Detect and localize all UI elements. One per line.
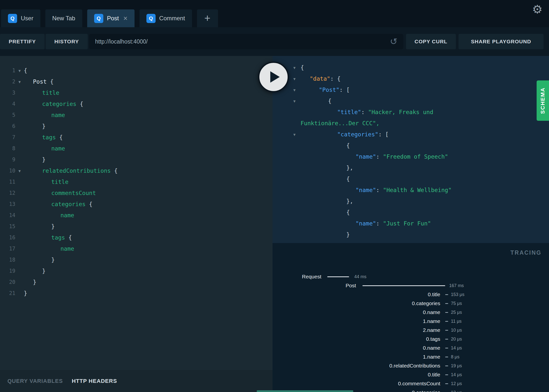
tab-post[interactable]: QPost× (87, 9, 135, 27)
code-line: 2▾Post { (0, 76, 273, 87)
code-text: } (24, 277, 36, 288)
prettify-button[interactable]: PRETTIFY (0, 34, 45, 49)
line-number: 15 (0, 221, 15, 232)
line-number: 3 (0, 87, 15, 98)
query-editor[interactable]: 1▾{2▾Post {3title4categories {5name6}7ta… (0, 56, 273, 370)
code-line: 10▾relatedContributions { (0, 165, 273, 176)
response-text: "categories": [ (273, 129, 549, 140)
response-line: }, (273, 162, 549, 173)
trace-dash (445, 330, 448, 331)
code-text: categories { (24, 98, 83, 110)
horizontal-scrollbar-thumb[interactable] (257, 390, 353, 392)
trace-label: 2.name (273, 326, 440, 335)
fold-spacer (15, 221, 24, 232)
share-playground-button[interactable]: SHARE PLAYGROUND (459, 34, 544, 49)
trace-time: 75 μs (451, 299, 462, 308)
trace-time: 167 ms (449, 281, 464, 290)
fold-icon[interactable]: ▾ (15, 165, 24, 176)
trace-label: 0.commentsCount (273, 379, 440, 388)
trace-dash (445, 374, 448, 375)
response-lines: ▾{▾"data": {▾"Post": [▾{"title": "Hacker… (273, 56, 549, 243)
tab-comment[interactable]: QComment (139, 9, 192, 27)
url-input[interactable]: http://localhost:4000/ ↺ (89, 34, 403, 49)
trace-time: 19 μs (451, 361, 462, 370)
fold-spacer (15, 110, 24, 121)
response-line: { (273, 207, 549, 218)
code-text: } (24, 121, 46, 132)
response-text: ] (273, 240, 549, 243)
fold-icon[interactable]: ▾ (15, 76, 24, 87)
fold-spacer (15, 243, 24, 254)
collapse-icon[interactable]: ▾ (293, 129, 296, 140)
reload-icon[interactable]: ↺ (390, 37, 397, 46)
code-text: tags { (24, 232, 72, 243)
trace-row: 0.tags20 μs (273, 335, 549, 343)
query-icon: Q (146, 14, 156, 23)
toolbar: PRETTIFY HISTORY http://localhost:4000/ … (0, 27, 549, 56)
code-line: 18} (0, 254, 273, 266)
line-number: 1 (0, 65, 15, 76)
fold-spacer (15, 121, 24, 132)
line-number: 16 (0, 232, 15, 243)
trace-dash (445, 312, 448, 313)
response-text: "Post": [ (273, 84, 549, 96)
new-tab-button[interactable]: + (197, 9, 218, 27)
query-editor-lines: 1▾{2▾Post {3title4categories {5name6}7ta… (0, 56, 273, 299)
code-text: name (24, 243, 74, 254)
code-text: Post { (24, 76, 54, 87)
line-number: 2 (0, 76, 15, 87)
code-line: 3title (0, 87, 273, 98)
code-line: 12commentsCount (0, 188, 273, 199)
line-number: 12 (0, 188, 15, 199)
code-text: name (24, 210, 74, 221)
execute-button[interactable] (258, 62, 289, 92)
http-headers-tab[interactable]: HTTP HEADERS (72, 378, 117, 384)
collapse-icon[interactable]: ▾ (293, 62, 296, 73)
trace-label: 1.name (273, 352, 440, 361)
schema-tab-label: SCHEMA (540, 87, 546, 114)
code-line: 8name (0, 143, 273, 154)
response-line: } (273, 229, 549, 240)
close-icon[interactable]: × (123, 15, 128, 22)
line-number: 14 (0, 210, 15, 221)
response-line: ▾"data": { (273, 73, 549, 84)
settings-gear-icon[interactable]: ⚙ (532, 3, 543, 15)
code-line: 13categories { (0, 199, 273, 210)
trace-dash (445, 383, 448, 384)
response-line: { (273, 140, 549, 151)
copy-curl-button[interactable]: COPY CURL (406, 34, 456, 49)
tab-user[interactable]: QUser (1, 9, 40, 27)
line-number: 8 (0, 143, 15, 154)
trace-row: Request44 ms (273, 272, 549, 281)
history-button[interactable]: HISTORY (46, 34, 88, 49)
trace-row: 0.name14 μs (273, 343, 549, 352)
tab-new-tab[interactable]: New Tab (45, 9, 82, 27)
collapse-icon[interactable]: ▾ (293, 73, 296, 84)
code-text: relatedContributions { (24, 165, 118, 176)
code-line: 20} (0, 277, 273, 288)
plus-icon: + (204, 12, 211, 24)
query-variables-tab[interactable]: QUERY VARIABLES (7, 378, 63, 384)
trace-time: 12 μs (451, 379, 462, 388)
response-text: "title": "Hacker, Freaks und (273, 107, 549, 118)
trace-dash (445, 357, 448, 357)
response-text: "name": "Freedom of Speech" (273, 151, 549, 162)
query-icon: Q (94, 14, 103, 23)
trace-time: 20 μs (451, 335, 462, 343)
fold-spacer (15, 176, 24, 188)
trace-label: 1.name (273, 317, 440, 326)
collapse-icon[interactable]: ▾ (293, 96, 296, 107)
fold-icon[interactable]: ▾ (15, 65, 24, 76)
response-line: "title": "Hacker, Freaks und (273, 107, 549, 118)
line-number: 19 (0, 266, 15, 277)
collapse-icon[interactable]: ▾ (293, 84, 296, 96)
response-text: }, (273, 162, 549, 173)
response-line: ] (273, 240, 549, 243)
response-text: "data": { (273, 73, 549, 84)
schema-tab[interactable]: SCHEMA (537, 80, 549, 121)
code-text: } (24, 154, 46, 165)
variables-bar: QUERY VARIABLES HTTP HEADERS (0, 370, 273, 392)
fold-spacer (15, 143, 24, 154)
response-line: { (273, 173, 549, 185)
trace-label: 0.name (273, 308, 440, 317)
